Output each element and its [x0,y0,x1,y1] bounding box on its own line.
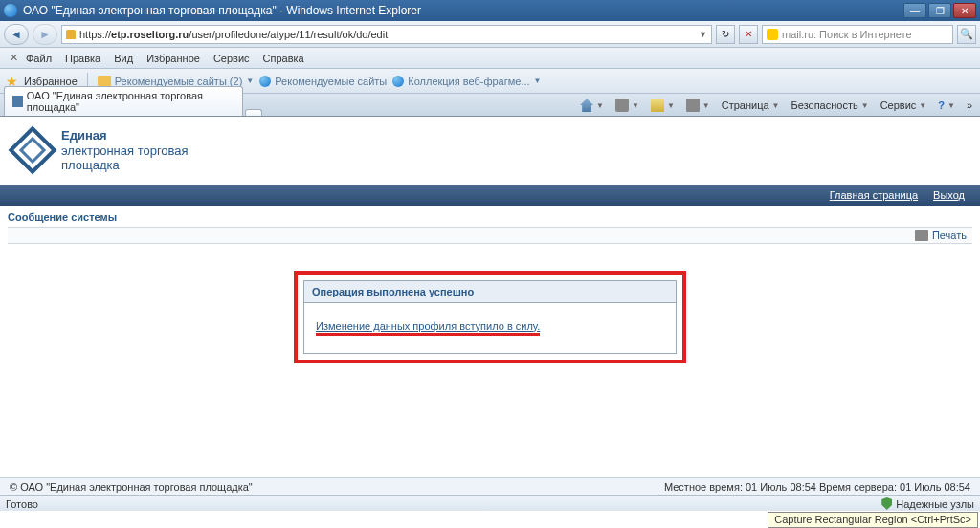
mail-button[interactable]: ▼ [647,97,679,114]
search-provider-icon [767,29,778,40]
maximize-button[interactable]: ❐ [928,3,951,18]
folder-icon [98,76,111,86]
menu-help[interactable]: Справка [257,51,310,66]
expand-button[interactable]: » [963,98,976,113]
server-time: Местное время: 01 Июль 08:54 Время серве… [664,481,970,493]
print-button[interactable]: ▼ [682,97,714,114]
logo-icon [9,126,57,175]
tab-title: ОАО "Единая электронная торговая площадк… [27,90,234,113]
fav-item-1[interactable]: Рекомендуемые сайты (2) ▼ [98,76,254,87]
printer-icon [915,230,928,241]
success-message-link[interactable]: Изменение данных профиля вступило в силу… [316,320,540,336]
status-text: Готово [6,498,38,510]
print-link[interactable]: Печать [915,230,967,241]
nav-exit-link[interactable]: Выход [933,189,965,201]
home-button[interactable]: ▼ [576,97,608,114]
home-icon [580,99,593,112]
menu-close-icon[interactable]: ✕ [10,52,18,64]
copyright: © ОАО "Единая электронная торговая площа… [10,481,253,493]
ie-icon [259,76,271,87]
address-bar-row: ◄ ► https://etp.roseltorg.ru/user/profil… [0,21,980,48]
menu-favorites[interactable]: Избранное [141,51,206,66]
menu-tools[interactable]: Сервис [208,51,256,66]
forward-button[interactable]: ► [33,24,57,45]
menu-edit[interactable]: Правка [59,51,106,66]
tab-active[interactable]: ОАО "Единая электронная торговая площадк… [4,86,243,116]
close-button[interactable]: ✕ [953,3,976,18]
security-zone[interactable]: Надежные узлы [881,497,974,510]
search-box[interactable]: mail.ru: Поиск в Интернете [762,25,953,44]
rss-icon [615,99,629,112]
tab-favicon [12,96,23,107]
window-titlebar: ОАО "Единая электронная торговая площадк… [0,0,980,21]
ie-icon [392,76,404,87]
refresh-button[interactable]: ↻ [716,25,735,44]
tools-menu[interactable]: Сервис▼ [877,98,931,113]
address-bar[interactable]: https://etp.roseltorg.ru/user/profiledon… [61,25,712,44]
back-button[interactable]: ◄ [4,24,29,45]
page-menu[interactable]: Страница▼ [718,98,784,113]
shield-icon [881,497,892,510]
success-title: Операция выполнена успешно [304,281,676,303]
favorites-label[interactable]: Избранное [24,76,78,87]
logo-text: Единая электронная торговая площадка [61,128,189,173]
search-placeholder: mail.ru: Поиск в Интернете [782,29,912,40]
fav-item-2[interactable]: Рекомендуемые сайты [259,76,387,87]
top-nav: Главная страница Выход [0,185,980,206]
new-tab-button[interactable] [245,109,262,116]
page-content: Единая электронная торговая площадка Гла… [0,117,980,492]
site-header: Единая электронная торговая площадка [0,117,980,185]
success-panel: Операция выполнена успешно Изменение дан… [294,271,686,363]
system-message-title: Сообщение системы [8,211,972,223]
rss-button[interactable]: ▼ [612,97,643,114]
fav-item-3[interactable]: Коллекция веб-фрагме... ▼ [392,76,541,87]
status-bar: Готово Надежные узлы [0,495,980,511]
menu-view[interactable]: Вид [108,51,139,66]
nav-home-link[interactable]: Главная страница [830,189,918,201]
lock-icon [66,30,76,39]
stop-button[interactable]: ✕ [739,25,758,44]
mail-icon [651,99,664,112]
screenshot-tooltip: Capture Rectangular Region <Ctrl+PrtSc> [768,512,978,528]
addr-dropdown-icon[interactable]: ▼ [699,30,707,39]
url-text: https://etp.roseltorg.ru/user/profiledon… [79,29,695,40]
help-button[interactable]: ?▼ [934,98,959,113]
window-title: ОАО "Единая электронная торговая площадк… [23,4,421,17]
tab-bar: ОАО "Единая электронная торговая площадк… [0,94,980,117]
page-footer: © ОАО "Единая электронная торговая площа… [0,477,980,495]
print-icon [686,99,700,112]
search-go-button[interactable]: 🔍 [957,25,976,44]
menu-bar: ✕ Файл Правка Вид Избранное Сервис Справ… [0,48,980,69]
safety-menu[interactable]: Безопасность▼ [788,98,873,113]
menu-file[interactable]: Файл [20,51,57,66]
ie-icon [4,4,17,17]
minimize-button[interactable]: — [903,3,926,18]
